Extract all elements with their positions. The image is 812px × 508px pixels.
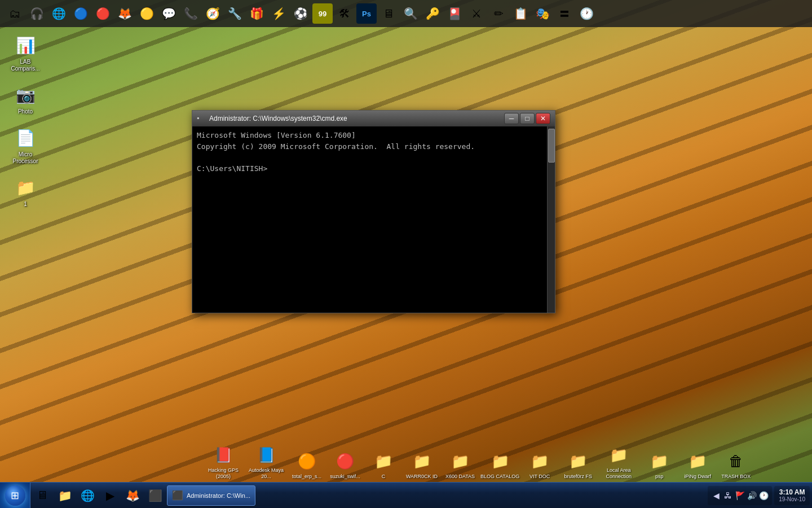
cmd-scrollbar[interactable]	[547, 126, 555, 313]
cmd-window-title: Administrator: C:\Windows\system32\cmd.e…	[209, 115, 501, 122]
taskbar-pinned-media-pin[interactable]: ▶	[99, 485, 121, 506]
desktop-icon-lab-compare[interactable]: 📊 LAB Comparis...	[6, 34, 45, 72]
soccer-icon[interactable]: ⚽	[290, 3, 311, 24]
bottom-item-iping-dwarf[interactable]: 📁 iPiNg Dwarf	[679, 450, 716, 480]
monitor-icon[interactable]: 🖥	[378, 3, 399, 24]
taskbar-pinned-area: 🖥📁🌐▶🦊⬛	[30, 483, 167, 509]
bottom-item-x600-datas[interactable]: 📁 X600 DATAS	[442, 450, 478, 480]
tray-icon-tray-clock[interactable]: 🕐	[758, 491, 769, 500]
tray-icon-tray-network[interactable]: 🖧	[723, 491, 733, 500]
desktop-icon-item-1[interactable]: 📁 1	[6, 176, 45, 208]
desktop-icon-img-lab-compare: 📊	[14, 34, 37, 56]
bottom-item-bruteforce-fs[interactable]: 📁 brutef0rz FS	[560, 450, 596, 480]
desktop-icon-img-micro-processor: 📄	[14, 126, 37, 149]
bottom-item-icon-bruteforce-fs: 📁	[567, 450, 589, 472]
bottom-item-vit-doc[interactable]: 📁 VIT DOC	[522, 450, 558, 480]
bottom-item-warrock-id[interactable]: 📁 WARR0CK ID	[404, 450, 440, 480]
app-icon-cmd-running: ⬛	[172, 490, 183, 501]
headset-icon[interactable]: 🎧	[27, 3, 47, 24]
desktop-icon-label-lab-compare: LAB Comparis...	[6, 59, 45, 72]
app1-icon[interactable]: 🎴	[444, 3, 465, 24]
globe-icon[interactable]: 🌐	[48, 3, 69, 24]
bottom-item-psp-folder[interactable]: 📁 psp	[641, 450, 677, 480]
app2-icon[interactable]: 📋	[510, 3, 531, 24]
bottom-item-icon-autodesk-maya: 📘	[255, 444, 277, 466]
taskbar-running-area: ⬛ Administrator: C:\Win...	[167, 483, 705, 509]
bottom-item-icon-warrock-id: 📁	[411, 450, 433, 472]
cmd-minimize-button[interactable]: ─	[504, 113, 519, 124]
pinned-icon-media-pin: ▶	[106, 489, 114, 502]
app3-icon[interactable]: 🎭	[532, 3, 553, 24]
bottom-item-c-folder[interactable]: 📁 C	[365, 450, 401, 480]
cmd-titlebar: ▪ Administrator: C:\Windows\system32\cmd…	[192, 111, 555, 126]
lightning-icon[interactable]: ⚡	[268, 3, 289, 24]
bottom-item-suzuki-swift[interactable]: 🔴 suzuki_swif...	[327, 450, 363, 480]
stripe-icon[interactable]: 〓	[554, 3, 575, 24]
cmd-maximize-button[interactable]: □	[520, 113, 535, 124]
taskbar-pinned-firefox-pin[interactable]: 🦊	[122, 485, 143, 506]
bottom-item-label-hacking-gps: Hacking GPS (2005)	[203, 467, 244, 480]
spanner-icon[interactable]: 🔧	[224, 3, 245, 24]
bottom-item-local-area-connection[interactable]: 📁 Local Area Connection	[598, 444, 639, 480]
bottom-item-trash-box[interactable]: 🗑 TRASH BOX	[718, 450, 754, 480]
tray-icon-tray-arrow[interactable]: ◀	[711, 491, 721, 500]
bottom-item-icon-iping-dwarf: 📁	[686, 450, 709, 472]
taskbar-app-cmd-running[interactable]: ⬛ Administrator: C:\Win...	[167, 485, 255, 506]
app-label-cmd-running: Administrator: C:\Win...	[187, 492, 250, 499]
desktop-icon-label-photo: Photo	[18, 108, 33, 115]
clock-icon2[interactable]: 🕐	[576, 3, 597, 24]
bottom-item-blog-catalog[interactable]: 📁 BLOG CATALOG	[480, 450, 519, 480]
start-orb: ⊞	[5, 485, 25, 506]
desktop-icon-label-item-1: 1	[24, 201, 27, 208]
tray-icon-tray-volume[interactable]: 🔊	[747, 491, 757, 500]
photoshop-icon[interactable]: Ps	[356, 3, 377, 24]
talk-icon[interactable]: 💬	[158, 3, 179, 24]
cmd-window: ▪ Administrator: C:\Windows\system32\cmd…	[192, 110, 555, 313]
desktop: 🗂🎧🌐🔵🔴🦊🟡💬📞🧭🔧🎁⚡⚽99🛠Ps🖥🔍🔑🎴⚔✏📋🎭〓🕐 📊 LAB Comp…	[0, 0, 812, 508]
search2-icon[interactable]: 🔍	[400, 3, 421, 24]
desktop-icon-label-micro-processor: Micro Processor	[6, 151, 45, 165]
bottom-item-icon-total-erp: 🟠	[295, 450, 318, 472]
gift-icon[interactable]: 🎁	[246, 3, 267, 24]
wrench-icon[interactable]: 🛠	[334, 3, 355, 24]
cmd-scroll-thumb[interactable]	[548, 129, 555, 163]
99-icon[interactable]: 99	[312, 3, 333, 24]
top-toolbar: 🗂🎧🌐🔵🔴🦊🟡💬📞🧭🔧🎁⚡⚽99🛠Ps🖥🔍🔑🎴⚔✏📋🎭〓🕐	[0, 0, 812, 27]
folder-icon[interactable]: 🗂	[5, 3, 25, 24]
firefox-icon[interactable]: 🦊	[114, 3, 135, 24]
start-button[interactable]: ⊞	[0, 483, 30, 509]
system-clock[interactable]: 3:10 AM 19-Nov-10	[774, 486, 810, 505]
bottom-item-label-blog-catalog: BLOG CATALOG	[480, 474, 519, 480]
bottom-desktop-items: 📕 Hacking GPS (2005) 📘 Autodesk Maya 20.…	[203, 444, 806, 480]
bottom-item-autodesk-maya[interactable]: 📘 Autodesk Maya 20...	[246, 444, 286, 480]
bottom-item-icon-hacking-gps: 📕	[212, 444, 235, 466]
chrome-icon[interactable]: 🟡	[136, 3, 157, 24]
key-icon[interactable]: 🔑	[422, 3, 443, 24]
cmd-window-icon: ▪	[197, 114, 206, 123]
taskbar-pinned-ie-pin[interactable]: 🌐	[77, 485, 98, 506]
desktop-icon-micro-processor[interactable]: 📄 Micro Processor	[6, 126, 45, 165]
taskbar-pinned-explorer-pin[interactable]: 📁	[54, 485, 76, 506]
bottom-item-hacking-gps[interactable]: 📕 Hacking GPS (2005)	[203, 444, 244, 480]
desktop-icon-img-photo: 📷	[14, 84, 37, 106]
clock-time: 3:10 AM	[779, 488, 805, 496]
warrior-icon[interactable]: ⚔	[466, 3, 487, 24]
opera-icon[interactable]: 🔴	[92, 3, 113, 24]
edit-icon[interactable]: ✏	[488, 3, 509, 24]
xome-icon[interactable]: 🔵	[70, 3, 91, 24]
cmd-content-area[interactable]: Microsoft Windows [Version 6.1.7600] Cop…	[192, 126, 555, 313]
desktop-icon-photo[interactable]: 📷 Photo	[6, 84, 45, 115]
tray-icon-tray-flag[interactable]: 🚩	[735, 491, 745, 500]
safari-icon[interactable]: 🧭	[202, 3, 223, 24]
bottom-item-icon-vit-doc: 📁	[528, 450, 551, 472]
bottom-item-icon-blog-catalog: 📁	[489, 450, 511, 472]
bottom-item-label-suzuki-swift: suzuki_swif...	[330, 474, 360, 480]
bottom-item-total-erp[interactable]: 🟠 total_erp_s...	[289, 450, 325, 480]
taskbar-pinned-cmd-pin[interactable]: ⬛	[144, 485, 166, 506]
cmd-window-buttons: ─ □ ✕	[504, 113, 550, 124]
cmd-close-button[interactable]: ✕	[536, 113, 550, 124]
taskbar-pinned-show-desktop[interactable]: 🖥	[32, 485, 53, 506]
taskbar: ⊞ 🖥📁🌐▶🦊⬛ ⬛ Administrator: C:\Win... ◀🖧🚩🔊…	[0, 482, 812, 508]
skype-icon[interactable]: 📞	[180, 3, 201, 24]
pinned-icon-ie-pin: 🌐	[81, 489, 95, 502]
